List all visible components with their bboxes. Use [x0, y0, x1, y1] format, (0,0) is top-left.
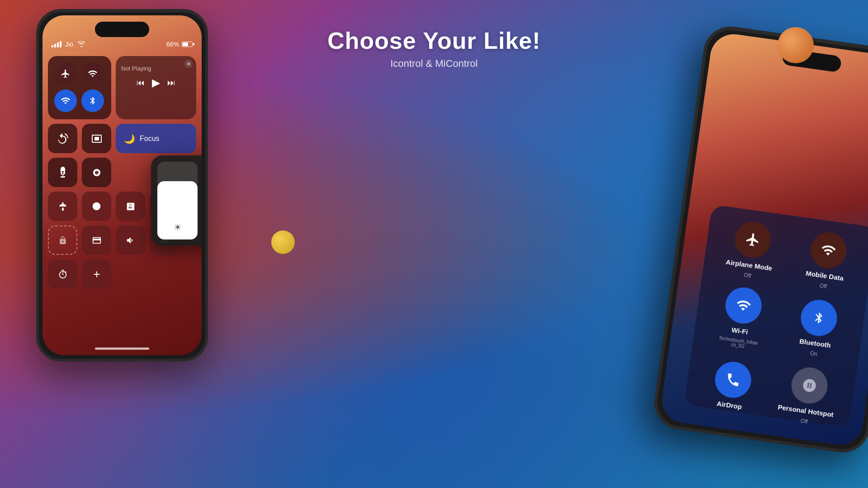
airplane-status: Off — [744, 272, 752, 279]
battery-fill — [183, 42, 188, 46]
waveform-btn[interactable] — [116, 225, 145, 255]
right-bluetooth-cell: Bluetooth On — [780, 294, 855, 363]
screen-orient-btn[interactable] — [48, 124, 77, 153]
status-bar-left: Jio 66% — [52, 41, 193, 48]
svg-point-1 — [95, 171, 99, 174]
media-title: Not Playing — [121, 65, 191, 72]
airplane-btn[interactable] — [54, 62, 77, 85]
signal-bar-4 — [60, 41, 61, 47]
control-center-right: Airplane Mode Off Mobile Data Off — [684, 204, 868, 428]
next-btn[interactable]: ⏭ — [167, 78, 175, 88]
left-phone: Jio 66% — [36, 9, 208, 361]
record-btn[interactable] — [82, 158, 111, 187]
airdrop-label: AirDrop — [716, 399, 742, 411]
signal-bar-1 — [52, 45, 53, 47]
left-phone-frame: Jio 66% — [36, 9, 208, 361]
carrier-label: Jio — [65, 41, 73, 48]
sliders-overlay: ☀ 🔊 — [151, 155, 202, 246]
cc-row-1: ✕ Not Playing ⏮ ▶ ⏭ — [48, 56, 196, 119]
connectivity-block — [48, 56, 111, 119]
connectivity-inner — [54, 62, 105, 113]
brightness-icon: ☀ — [174, 222, 182, 233]
media-close-btn[interactable]: ✕ — [184, 60, 193, 68]
hotspot-status: Off — [800, 418, 808, 425]
orb-yellow — [271, 230, 295, 254]
status-right-left: 66% — [166, 41, 193, 48]
airplane-label: Airplane Mode — [725, 258, 773, 272]
right-airplane-cell: Airplane Mode Off — [714, 217, 788, 284]
bluetooth-status: On — [810, 350, 818, 357]
right-wifi-cell: Wi-Fi Technotouch_Infotech_5G — [704, 283, 779, 352]
wifi-label: Wi-Fi — [731, 326, 749, 336]
orb-orange — [778, 27, 814, 63]
bluetooth-label: Bluetooth — [799, 337, 831, 349]
wifi-icon-statusbar — [77, 41, 85, 47]
main-title: Choose Your Like! — [327, 27, 541, 54]
signal-bar-3 — [57, 42, 59, 47]
svg-point-2 — [62, 202, 64, 204]
focus-label: Focus — [140, 135, 160, 143]
screenlock-btn[interactable] — [48, 225, 77, 255]
right-airdrop-cell: AirDrop — [695, 352, 769, 419]
status-signal-left: Jio — [52, 41, 85, 48]
right-airdrop-btn[interactable] — [712, 359, 753, 400]
bluetooth-btn[interactable] — [81, 89, 104, 112]
right-hotspot-cell: Personal Hotspot Off — [770, 363, 845, 429]
right-bluetooth-btn[interactable] — [798, 297, 839, 338]
hotspot-label: Personal Hotspot — [777, 403, 834, 418]
right-hotspot-btn[interactable] — [789, 365, 830, 406]
main-subtitle: Icontrol & MiControl — [327, 58, 541, 70]
left-phone-screen: Jio 66% — [42, 15, 202, 355]
signal-bars — [52, 41, 61, 47]
right-control-grid: Airplane Mode Off Mobile Data Off — [697, 217, 864, 415]
media-card: ✕ Not Playing ⏮ ▶ ⏭ — [116, 56, 196, 119]
right-airplane-btn[interactable] — [732, 219, 773, 260]
signal-bar-2 — [54, 44, 56, 47]
right-mobile-data-cell: Mobile Data Off — [789, 228, 864, 294]
focus-btn[interactable]: 🌙 Focus — [116, 124, 196, 153]
right-wifi-btn[interactable] — [723, 285, 764, 326]
mobile-data-status: Off — [819, 282, 827, 290]
wifi-btn[interactable] — [54, 89, 77, 112]
cellular-btn[interactable] — [81, 62, 104, 85]
wifi-network: Technotouch_Infotech_5G — [717, 335, 759, 351]
brightness-slider[interactable]: ☀ — [157, 162, 198, 239]
battery-percent: 66% — [166, 41, 179, 48]
accessibility-btn[interactable] — [48, 192, 77, 221]
play-btn[interactable]: ▶ — [152, 76, 160, 89]
battery-icon — [182, 42, 193, 47]
flashlight-btn[interactable] — [48, 158, 77, 187]
media-controls: ⏮ ▶ ⏭ — [121, 76, 191, 89]
clock-btn[interactable] — [82, 192, 111, 221]
center-title-block: Choose Your Like! Icontrol & MiControl — [327, 27, 541, 70]
wallet-btn[interactable] — [82, 225, 111, 255]
focus-icon: 🌙 — [124, 133, 135, 144]
cc-row-2: 🌙 Focus — [48, 124, 196, 153]
prev-btn[interactable]: ⏮ — [137, 78, 145, 88]
app-row-3 — [48, 259, 196, 289]
calculator-btn[interactable] — [116, 192, 145, 221]
dynamic-island-left — [95, 22, 149, 37]
right-mobile-data-btn[interactable] — [808, 230, 849, 271]
home-indicator-left — [95, 347, 149, 350]
mobile-data-label: Mobile Data — [805, 269, 844, 282]
timer-btn[interactable] — [48, 259, 77, 289]
add-shortcut-btn[interactable] — [82, 259, 111, 289]
screen-mirror-btn[interactable] — [82, 124, 111, 153]
